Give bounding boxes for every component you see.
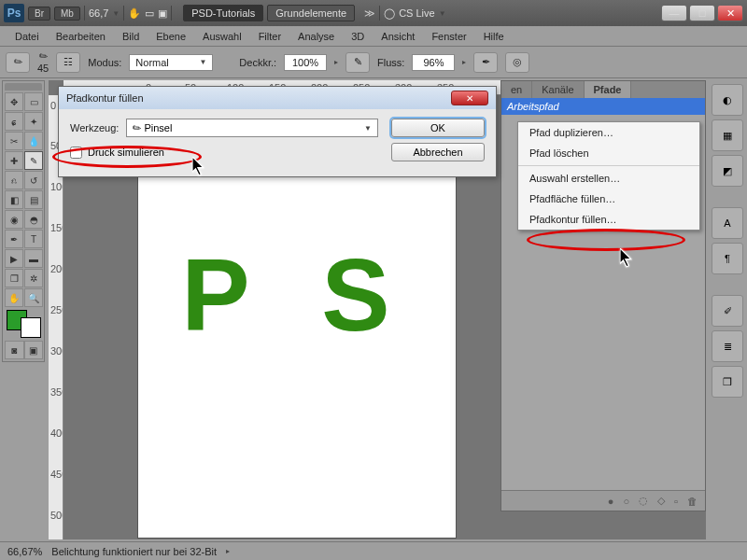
menu-ansicht[interactable]: Ansicht [374,29,422,44]
maximize-button[interactable]: □ [689,5,715,21]
brush-panel-toggle[interactable]: ☷ [56,52,80,73]
3d-panel-icon[interactable]: ❒ [712,366,743,398]
lasso-tool[interactable]: ɕ [5,112,23,131]
quick-select-tool[interactable]: ✦ [24,112,43,131]
workspace-tab-grundelemente[interactable]: Grundelemente [267,5,355,21]
status-message: Belichtung funktioniert nur bei 32-Bit [51,546,217,557]
chevron-down-icon[interactable]: ▼ [112,9,120,18]
tool-select[interactable]: ✎ Pinsel ▼ [126,119,378,137]
status-zoom[interactable]: 66,67% [7,546,42,557]
dialog-titlebar[interactable]: Pfadkontur füllen ✕ [59,87,496,109]
swatches-panel-icon[interactable]: ▦ [712,119,743,151]
marquee-tool[interactable]: ▭ [24,92,43,111]
flow-input[interactable]: 96% [412,54,455,71]
color-swatches[interactable] [5,308,43,340]
menu-make-selection[interactable]: Auswahl erstellen… [518,168,699,189]
more-icon[interactable]: ≫ [364,7,375,20]
cancel-button[interactable]: Abbrechen [391,143,485,161]
healing-tool[interactable]: ✚ [5,151,23,170]
pen-tool[interactable]: ✒ [5,230,23,248]
menu-datei[interactable]: Datei [7,29,47,44]
menu-delete-path[interactable]: Pfad löschen [518,143,699,163]
zoom-tool[interactable]: 🔍 [24,288,43,307]
chevron-down-icon: ▼ [199,58,206,66]
menu-auswahl[interactable]: Auswahl [195,29,249,44]
new-path-icon[interactable]: ▫ [674,496,678,507]
simulate-pressure-checkbox[interactable] [70,147,82,159]
opacity-label: Deckkr.: [239,57,276,68]
dialog-close-button[interactable]: ✕ [451,91,488,105]
3d-camera-tool[interactable]: ✲ [24,269,43,287]
menu-hilfe[interactable]: Hilfe [476,29,512,44]
type-tool[interactable]: T [24,230,43,248]
path-item-arbeitspfad[interactable]: Arbeitspfad [501,98,705,115]
menu-ebene[interactable]: Ebene [148,29,193,44]
minibridge-chip[interactable]: Mb [54,7,80,21]
menu-bild[interactable]: Bild [115,29,147,44]
color-panel-icon[interactable]: ◐ [712,84,743,116]
tablet-size-toggle[interactable]: ◎ [505,52,529,73]
tab-channels[interactable]: Kanäle [532,81,584,98]
workspace-tab-psd-tutorials[interactable]: PSD-Tutorials [183,5,263,21]
stroke-path-icon[interactable]: ○ [623,496,629,507]
tab-layers-edge[interactable]: en [501,81,532,98]
adjustments-panel-icon[interactable]: ◩ [712,155,743,187]
move-tool[interactable]: ✥ [5,92,23,111]
menu-filter[interactable]: Filter [251,29,289,44]
hand-tool[interactable]: ✋ [5,288,23,307]
history-brush-tool[interactable]: ↺ [24,171,43,189]
quickmask-toggle[interactable]: ◙ [5,341,24,359]
selection-to-path-icon[interactable]: ◇ [657,495,665,507]
toolbox-grip[interactable] [5,83,42,91]
tablet-opacity-toggle[interactable]: ✎ [345,52,370,73]
crop-tool[interactable]: ✂ [5,132,23,150]
status-menu-icon[interactable]: ▸ [226,547,230,555]
gradient-tool[interactable]: ▤ [24,190,43,209]
close-button[interactable]: ✕ [717,5,743,21]
cslive-label[interactable]: CS Live [399,7,435,19]
menu-fill-path[interactable]: Pfadfläche füllen… [518,189,699,209]
opacity-input[interactable]: 100% [284,54,327,71]
blur-tool[interactable]: ◉ [5,210,23,229]
cslive-icon: ◯ [384,7,395,20]
blend-mode-select[interactable]: Normal▼ [129,54,213,71]
menu-3d[interactable]: 3D [344,29,372,44]
minimize-button[interactable]: — [661,5,687,21]
ok-button[interactable]: OK [391,119,485,137]
menu-stroke-path[interactable]: Pfadkontur füllen… [518,209,699,230]
character-panel-icon[interactable]: A [712,207,743,239]
view-icon[interactable]: ▭ [145,7,154,20]
path-to-selection-icon[interactable]: ◌ [639,495,648,507]
3d-tool[interactable]: ❒ [5,269,23,287]
brushes-panel-icon[interactable]: ✐ [712,295,743,327]
airbrush-toggle[interactable]: ✒ [473,52,498,73]
hand-icon[interactable]: ✋ [128,7,141,20]
paragraph-panel-icon[interactable]: ¶ [712,243,743,274]
chevron-down-icon[interactable]: ▼ [439,9,446,18]
path-select-tool[interactable]: ▶ [5,249,23,268]
shape-tool[interactable]: ▬ [24,249,43,268]
menu-analyse[interactable]: Analyse [290,29,342,44]
title-zoom: 66,7 [89,7,108,19]
brush-size-label: 45 [37,63,49,74]
opacity-stepper[interactable]: ▸ [334,58,338,66]
screen-mode-icon[interactable]: ▣ [158,7,167,20]
fill-path-icon[interactable]: ● [608,496,614,507]
flow-stepper[interactable]: ▸ [462,58,466,66]
brush-tool-indicator[interactable]: ✎ [6,52,30,73]
menu-duplicate-path[interactable]: Pfad duplizieren… [518,122,699,143]
tab-paths[interactable]: Pfade [585,81,632,98]
bridge-chip[interactable]: Br [28,7,50,21]
layers-panel-icon[interactable]: ≣ [712,330,743,362]
eyedropper-tool[interactable]: 💧 [24,132,43,150]
eraser-tool[interactable]: ◧ [5,190,23,209]
brush-tool[interactable]: ✎ [24,151,43,170]
menu-bearbeiten[interactable]: Bearbeiten [49,29,113,44]
background-color[interactable] [21,317,41,338]
screenmode-toggle[interactable]: ▣ [24,341,44,359]
delete-path-icon[interactable]: 🗑 [687,496,698,507]
separator [171,6,172,21]
menu-fenster[interactable]: Fenster [424,29,473,44]
stamp-tool[interactable]: ⎌ [5,171,23,189]
dodge-tool[interactable]: ◓ [24,210,43,229]
